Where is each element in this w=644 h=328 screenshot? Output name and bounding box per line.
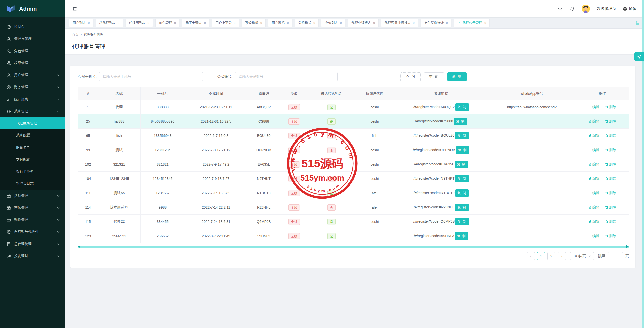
delete-button[interactable]: 删除	[605, 105, 616, 109]
copy-button[interactable]: 复 制	[455, 204, 469, 211]
edit-button[interactable]: 编辑	[588, 191, 599, 195]
sidebar-item-payment-config[interactable]: 支付配置	[0, 154, 65, 166]
close-icon[interactable]: ×	[484, 21, 486, 25]
copy-button[interactable]: 复 制	[454, 118, 467, 125]
close-icon[interactable]: ×	[373, 21, 375, 25]
copy-button[interactable]: 复 制	[455, 189, 469, 197]
sidebar-item-admin-logs[interactable]: 管理员日志	[0, 178, 65, 190]
search-icon[interactable]	[558, 6, 563, 11]
edit-button[interactable]: 编辑	[588, 162, 599, 167]
delete-button[interactable]: 删除	[605, 191, 616, 195]
query-button[interactable]: 查 询	[400, 72, 421, 81]
sidebar-item-investment[interactable]: 投资理财	[0, 250, 65, 262]
delete-button[interactable]: 删除	[605, 205, 616, 210]
tab-user-updown[interactable]: 用户上下分×	[212, 19, 239, 27]
sidebar-item-finance[interactable]: 财务管理	[0, 81, 65, 93]
sidebar-item-activities[interactable]: 活动管理	[0, 190, 65, 202]
tab-user-list[interactable]: 用户列表×	[69, 19, 93, 27]
refresh-icon[interactable]	[457, 21, 461, 25]
copy-button[interactable]: 复 制	[455, 103, 469, 111]
sidebar-item-bankcard-types[interactable]: 银行卡类型	[0, 166, 65, 178]
page-size-select[interactable]: 10 条/页	[570, 252, 594, 260]
copy-button[interactable]: 复 制	[455, 175, 469, 182]
sidebar-item-reports[interactable]: 统计报表	[0, 93, 65, 105]
sidebar-item-shopping[interactable]: 购物管理	[0, 214, 65, 226]
settings-fab[interactable]	[634, 52, 644, 61]
close-icon[interactable]: ×	[260, 21, 262, 25]
close-icon[interactable]: ×	[287, 21, 289, 25]
copy-button[interactable]: 复 制	[455, 218, 469, 225]
jump-page-input[interactable]	[608, 252, 623, 260]
page-button-1[interactable]: 1	[537, 252, 545, 260]
copy-button[interactable]: 复 制	[455, 232, 468, 240]
account-filter-input[interactable]	[235, 72, 338, 81]
add-button[interactable]: 新 增	[447, 72, 467, 81]
tab-payment-channel-stats[interactable]: 支付渠道统计×	[421, 19, 451, 27]
copy-button[interactable]: 复 制	[455, 132, 469, 139]
edit-button[interactable]: 编辑	[588, 133, 599, 138]
copy-button[interactable]: 复 制	[456, 146, 469, 154]
sidebar-item-general-agents[interactable]: 总代理管理	[0, 238, 65, 250]
edit-button[interactable]: 编辑	[588, 234, 599, 238]
tab-group-mode[interactable]: 分组模式×	[295, 19, 319, 27]
tab-preset-templates[interactable]: 预设模板×	[242, 19, 266, 27]
tab-agent-performance[interactable]: 代理业绩报表×	[348, 19, 379, 27]
edit-button[interactable]: 编辑	[588, 219, 599, 224]
tab-general-agent-list[interactable]: 总代理列表×	[96, 19, 123, 27]
page-button-2[interactable]: 2	[547, 252, 555, 260]
close-icon[interactable]: ×	[88, 21, 90, 25]
tab-role-management[interactable]: 角色管理×	[155, 19, 180, 27]
close-icon[interactable]: ×	[204, 21, 206, 25]
delete-button[interactable]: 删除	[605, 219, 616, 224]
sidebar-item-ip-whitelist[interactable]: IP白名单	[0, 142, 65, 154]
tab-user-activation[interactable]: 用户激活×	[268, 19, 292, 27]
close-icon[interactable]: ×	[147, 21, 149, 25]
tab-staff-applications[interactable]: 员工申请表×	[182, 19, 209, 27]
sidebar-item-agent-accounts[interactable]: 代理账号管理	[0, 117, 65, 129]
close-icon[interactable]: ×	[174, 21, 176, 25]
unlock-icon[interactable]	[635, 20, 640, 26]
delete-button[interactable]: 删除	[605, 176, 616, 181]
close-icon[interactable]: ×	[413, 21, 415, 25]
delete-button[interactable]: 删除	[605, 162, 616, 167]
close-icon[interactable]: ×	[118, 21, 120, 25]
sidebar-collapse-button[interactable]	[72, 6, 77, 11]
breadcrumb-home[interactable]: 首页	[72, 32, 79, 37]
sidebar-item-system-config[interactable]: 系统配置	[0, 129, 65, 142]
tab-agent-cs-performance[interactable]: 代理客服业绩报表×	[381, 19, 418, 27]
sidebar-item-roles[interactable]: 角色管理	[0, 45, 65, 57]
edit-button[interactable]: 编辑	[588, 205, 599, 210]
edit-button[interactable]: 编辑	[588, 176, 599, 181]
sidebar-item-users[interactable]: 用户管理	[0, 69, 65, 81]
sidebar-item-self-payment[interactable]: 自有账号代收付	[0, 226, 65, 238]
sidebar-item-dashboard[interactable]: 控制台	[0, 21, 65, 33]
horizontal-scrollbar[interactable]	[78, 246, 629, 248]
tab-recharge-list[interactable]: 充值列表×	[321, 19, 345, 27]
sidebar-item-system[interactable]: 系统管理	[0, 105, 65, 117]
sidebar-item-permissions[interactable]: 权限管理	[0, 57, 65, 69]
user-name[interactable]: 超级管理员	[597, 6, 616, 11]
edit-button[interactable]: 编辑	[588, 148, 599, 152]
close-icon[interactable]: ×	[313, 21, 315, 25]
tab-carousel-list[interactable]: 轮播图列表×	[126, 19, 153, 27]
edit-button[interactable]: 编辑	[588, 105, 599, 109]
delete-button[interactable]: 删除	[605, 119, 616, 124]
close-icon[interactable]: ×	[446, 21, 448, 25]
vertical-scrollbar[interactable]	[642, 0, 644, 328]
prev-page-button[interactable]: ‹	[527, 252, 535, 260]
phone-filter-input[interactable]	[99, 72, 203, 81]
avatar[interactable]	[582, 5, 590, 13]
delete-button[interactable]: 删除	[605, 234, 616, 238]
sidebar-item-operations[interactable]: 营运管理	[0, 202, 65, 214]
language-switcher[interactable]: 简体	[623, 6, 636, 11]
close-icon[interactable]: ×	[340, 21, 342, 25]
tab-agent-account-management[interactable]: 代理账号管理×	[454, 19, 490, 27]
sidebar-item-admins[interactable]: 管理员管理	[0, 33, 65, 45]
delete-button[interactable]: 删除	[605, 148, 616, 152]
close-icon[interactable]: ×	[234, 21, 236, 25]
copy-button[interactable]: 复 制	[455, 161, 468, 168]
reset-button[interactable]: 重 置	[424, 72, 444, 81]
next-page-button[interactable]: ›	[558, 252, 566, 260]
bell-icon[interactable]	[570, 6, 575, 11]
edit-button[interactable]: 编辑	[588, 119, 599, 124]
